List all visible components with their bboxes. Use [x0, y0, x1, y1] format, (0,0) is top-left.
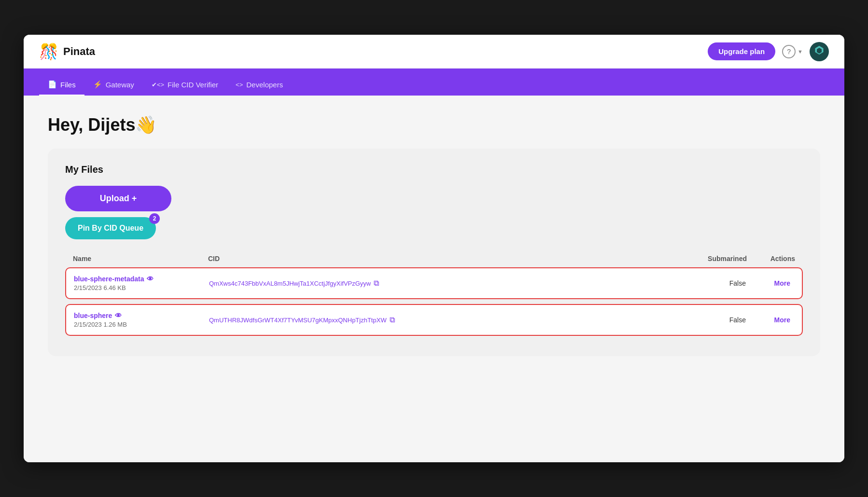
developers-nav-icon: <> — [236, 81, 243, 88]
col-header-submarined: Submarined — [670, 255, 747, 262]
help-icon: ? — [782, 45, 796, 58]
logo-area: 🎊 Pinata — [39, 42, 95, 61]
main-content: Hey, Dijets👋 My Files Upload + Pin By CI… — [24, 96, 844, 462]
gateway-nav-icon: ⚡ — [93, 80, 102, 89]
top-right: Upgrade plan ? ▼ — [708, 42, 829, 61]
submarined-cell: False — [669, 316, 746, 324]
upgrade-plan-button[interactable]: Upgrade plan — [708, 42, 775, 60]
table-row: blue-sphere-metadata 👁 2/15/2023 6.46 KB… — [65, 267, 803, 299]
eye-icon: 👁 — [147, 275, 154, 283]
file-name-cell: blue-sphere-metadata 👁 2/15/2023 6.46 KB — [74, 275, 209, 291]
logo-icon: 🎊 — [39, 42, 58, 61]
upload-button[interactable]: Upload + — [65, 186, 171, 211]
nav-item-developers[interactable]: <> Developers — [227, 81, 292, 96]
file-name: blue-sphere-metadata 👁 — [74, 275, 209, 283]
help-button[interactable]: ? ▼ — [782, 45, 803, 58]
submarined-cell: False — [669, 279, 746, 288]
action-buttons: Upload + Pin By CID Queue 2 — [65, 186, 171, 239]
logo-text: Pinata — [63, 45, 95, 58]
col-header-cid: CID — [208, 255, 670, 262]
file-date: 2/15/2023 6.46 KB — [74, 284, 209, 291]
nav-item-cid-verifier[interactable]: ✔<> File CID Verifier — [143, 81, 227, 96]
file-date: 2/15/2023 1.26 MB — [74, 321, 209, 328]
cid-cell: QmUTHR8JWdfsGrWT4Xf7TYvMSU7gKMpxxQNHpTjz… — [209, 316, 669, 324]
col-header-actions: Actions — [747, 255, 795, 262]
user-avatar-button[interactable] — [810, 42, 829, 61]
panel-title: My Files — [65, 164, 803, 175]
actions-cell: More — [746, 316, 794, 324]
file-name-cell: blue-sphere 👁 2/15/2023 1.26 MB — [74, 312, 209, 328]
nav-item-gateway[interactable]: ⚡ Gateway — [84, 80, 143, 96]
nav-bar: 📄 Files ⚡ Gateway ✔<> File CID Verifier … — [24, 69, 844, 96]
file-name: blue-sphere 👁 — [74, 312, 209, 319]
copy-cid-icon[interactable]: ⧉ — [390, 316, 395, 324]
pin-badge: 2 — [149, 213, 160, 224]
files-panel: My Files Upload + Pin By CID Queue 2 🔍 🔍… — [48, 149, 820, 356]
col-header-name: Name — [73, 255, 208, 262]
table-headers: Name CID Submarined Actions — [65, 255, 803, 267]
more-button-row2[interactable]: More — [774, 316, 790, 324]
top-bar: 🎊 Pinata Upgrade plan ? ▼ — [24, 35, 844, 69]
table-row-inner: blue-sphere-metadata 👁 2/15/2023 6.46 KB… — [66, 268, 802, 298]
files-nav-icon: 📄 — [48, 80, 57, 89]
table-row: blue-sphere 👁 2/15/2023 1.26 MB QmUTHR8J… — [65, 304, 803, 336]
avatar-icon — [814, 45, 825, 58]
greeting-text: Hey, Dijets👋 — [48, 115, 820, 135]
more-button-row1[interactable]: More — [774, 279, 790, 287]
eye-icon: 👁 — [115, 312, 122, 319]
cid-cell: QmXws4c743FbbVxAL8m5JHwjTa1XCctjJfgyXifV… — [209, 279, 669, 288]
copy-cid-icon[interactable]: ⧉ — [374, 279, 379, 288]
cid-verifier-nav-icon: ✔<> — [152, 81, 164, 88]
table-row-inner: blue-sphere 👁 2/15/2023 1.26 MB QmUTHR8J… — [66, 305, 802, 335]
help-chevron-icon: ▼ — [798, 49, 803, 55]
pin-cid-button[interactable]: Pin By CID Queue — [65, 217, 156, 239]
actions-cell: More — [746, 279, 794, 288]
nav-item-files[interactable]: 📄 Files — [39, 80, 84, 96]
